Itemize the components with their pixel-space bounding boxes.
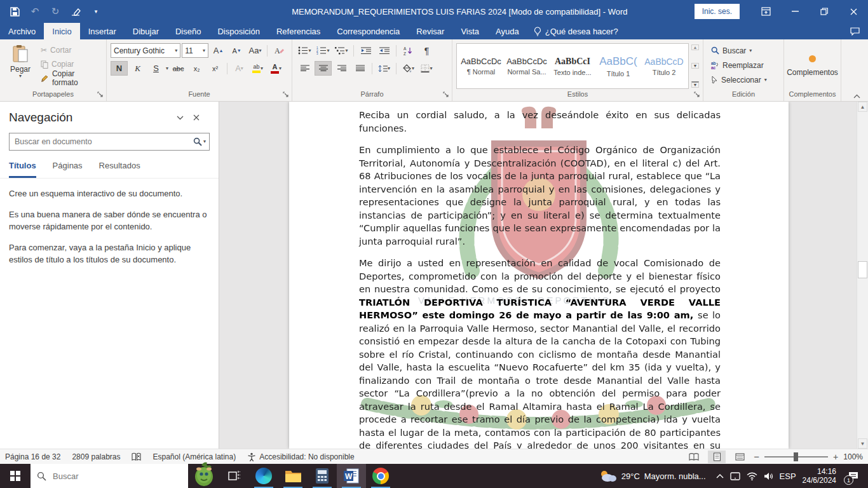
close-button[interactable] <box>839 0 868 23</box>
scrollbar-thumb[interactable] <box>858 261 867 278</box>
tray-overflow-chevron-icon[interactable] <box>716 473 724 478</box>
strikethrough-button[interactable]: abc <box>170 61 187 76</box>
zoom-slider[interactable] <box>764 456 828 458</box>
addins-button[interactable]: Complementos <box>784 39 841 89</box>
nav-pane-close-icon[interactable] <box>193 114 210 121</box>
increase-indent-button[interactable] <box>376 43 393 58</box>
clipboard-dialog-launcher-icon[interactable] <box>97 92 104 98</box>
wifi-icon[interactable] <box>747 472 757 480</box>
line-spacing-button[interactable]: ▾ <box>376 61 393 76</box>
taskbar-app-chrome-icon[interactable] <box>366 464 395 488</box>
sort-button[interactable]: AZ <box>400 43 417 58</box>
show-marks-button[interactable]: ¶ <box>418 43 435 58</box>
nav-tab-resultados[interactable]: Resultados <box>99 161 140 178</box>
tab-revisar[interactable]: Revisar <box>408 23 452 39</box>
italic-button[interactable]: K <box>129 61 146 76</box>
tab-vista[interactable]: Vista <box>452 23 487 39</box>
align-center-button[interactable] <box>315 61 332 76</box>
clear-formatting-icon[interactable]: A <box>271 43 288 58</box>
align-left-button[interactable] <box>296 61 313 76</box>
highlight-color-button[interactable]: ab ▾ <box>249 61 266 76</box>
sign-in-button[interactable]: Inic. ses. <box>695 4 740 19</box>
underline-dropdown-caret[interactable]: ▾ <box>166 66 168 71</box>
document-search-box[interactable]: ▾ <box>9 133 210 151</box>
document-page[interactable]: VALLE HERMOSO · DEPORTIVO Reciba un cord… <box>289 102 789 449</box>
justify-button[interactable] <box>351 61 369 76</box>
scroll-up-arrow-icon[interactable]: ▲ <box>858 102 867 112</box>
accessibility-status[interactable]: Accesibilidad: No disponible <box>247 452 354 461</box>
action-center-button[interactable]: 1 <box>843 464 864 488</box>
styles-scroll-up-icon[interactable]: ▲ <box>691 44 699 50</box>
styles-dialog-launcher-icon[interactable] <box>694 92 701 98</box>
volume-icon[interactable] <box>764 472 773 480</box>
styles-gallery-more-icon[interactable]: ▼ <box>691 81 699 88</box>
align-right-button[interactable] <box>333 61 350 76</box>
word-count[interactable]: 2809 palabras <box>72 452 120 461</box>
customize-qat-icon[interactable]: ▾ <box>90 6 102 17</box>
paragraph-dialog-launcher-icon[interactable] <box>443 92 450 98</box>
tab-diseno[interactable]: Diseño <box>167 23 209 39</box>
zoom-out-button[interactable]: − <box>754 451 759 462</box>
taskbar-app-calculator-icon[interactable] <box>308 464 337 488</box>
nav-pane-options-chevron-icon[interactable] <box>177 116 193 120</box>
eraser-icon[interactable] <box>70 6 81 17</box>
bold-button[interactable]: N <box>111 61 128 76</box>
feedback-comment-icon[interactable] <box>842 23 868 39</box>
taskbar-search-input[interactable] <box>51 471 182 482</box>
style-titulo-1[interactable]: AaBbC( Título 1 <box>595 50 641 83</box>
grow-font-button[interactable]: A▲ <box>210 43 227 58</box>
document-text[interactable]: Reciba un cordial saludo, a la vez deseá… <box>359 109 721 449</box>
restore-button[interactable] <box>810 0 839 23</box>
collapse-ribbon-icon[interactable] <box>853 94 860 98</box>
print-layout-view-icon[interactable] <box>708 451 726 463</box>
taskbar-search-box[interactable] <box>31 464 188 488</box>
tab-dibujar[interactable]: Dibujar <box>125 23 167 39</box>
read-mode-view-icon[interactable] <box>685 451 703 463</box>
shading-button[interactable]: ▾ <box>400 61 417 76</box>
decrease-indent-button[interactable] <box>357 43 374 58</box>
font-dialog-launcher-icon[interactable] <box>283 92 290 98</box>
ribbon-display-options-icon[interactable] <box>751 0 780 23</box>
tab-referencias[interactable]: Referencias <box>268 23 329 39</box>
tell-me-box[interactable]: ¿Qué desea hacer? <box>527 23 625 39</box>
language-indicator[interactable]: Español (América latina) <box>153 452 236 461</box>
font-family-combobox[interactable]: Century Gothic▾ <box>111 43 180 58</box>
weather-widget[interactable]: 29°C Mayorm. nubla... <box>595 470 710 482</box>
web-layout-view-icon[interactable] <box>731 451 749 463</box>
underline-button[interactable]: S <box>147 61 165 76</box>
style-texto-independiente[interactable]: AaBbCcI Texto inde... <box>550 50 595 83</box>
page-indicator[interactable]: Página 16 de 32 <box>5 452 60 461</box>
paste-button[interactable]: Pegar ▾ <box>5 44 36 79</box>
taskbar-app-file-explorer-icon[interactable] <box>278 464 308 488</box>
redo-icon[interactable]: ↻ <box>50 6 61 17</box>
tab-archivo[interactable]: Archivo <box>0 23 44 39</box>
paste-dropdown-caret[interactable]: ▾ <box>5 74 36 79</box>
select-button[interactable]: Seleccionar▾ <box>711 72 780 87</box>
zoom-in-button[interactable]: + <box>833 452 838 462</box>
search-options-caret[interactable]: ▾ <box>203 139 206 144</box>
vertical-scrollbar[interactable]: ▲ ▼ <box>857 102 868 449</box>
tablet-mode-icon[interactable] <box>730 472 740 480</box>
font-color-button[interactable]: A ▾ <box>268 61 285 76</box>
search-input[interactable] <box>10 137 193 146</box>
text-effects-button[interactable]: A▾ <box>231 61 248 76</box>
superscript-button[interactable]: x² <box>207 61 224 76</box>
replace-button[interactable]: abac Reemplazar <box>711 58 780 72</box>
shrink-font-button[interactable]: A▼ <box>228 43 245 58</box>
subscript-button[interactable]: x₂ <box>188 61 205 76</box>
tab-correspondencia[interactable]: Correspondencia <box>329 23 408 39</box>
change-case-button[interactable]: Aa▾ <box>247 43 264 58</box>
borders-button[interactable]: ▾ <box>418 61 435 76</box>
format-painter-button[interactable]: Copiar formato <box>41 71 102 85</box>
scroll-down-arrow-icon[interactable]: ▼ <box>858 438 867 449</box>
taskbar-app-word-icon[interactable]: W <box>337 464 366 488</box>
nav-tab-titulos[interactable]: Títulos <box>9 161 36 178</box>
clock[interactable]: 14:16 24/6/2024 <box>803 467 836 485</box>
coconut-mascot-icon[interactable] <box>188 464 220 488</box>
multilevel-list-button[interactable]: ▾ <box>333 43 350 58</box>
numbering-button[interactable]: 123▾ <box>315 43 332 58</box>
zoom-level[interactable]: 100% <box>843 452 863 461</box>
styles-scroll-down-icon[interactable]: ▼ <box>691 63 699 69</box>
document-canvas[interactable]: VALLE HERMOSO · DEPORTIVO Reciba un cord… <box>220 102 857 449</box>
task-view-button[interactable] <box>220 464 249 488</box>
